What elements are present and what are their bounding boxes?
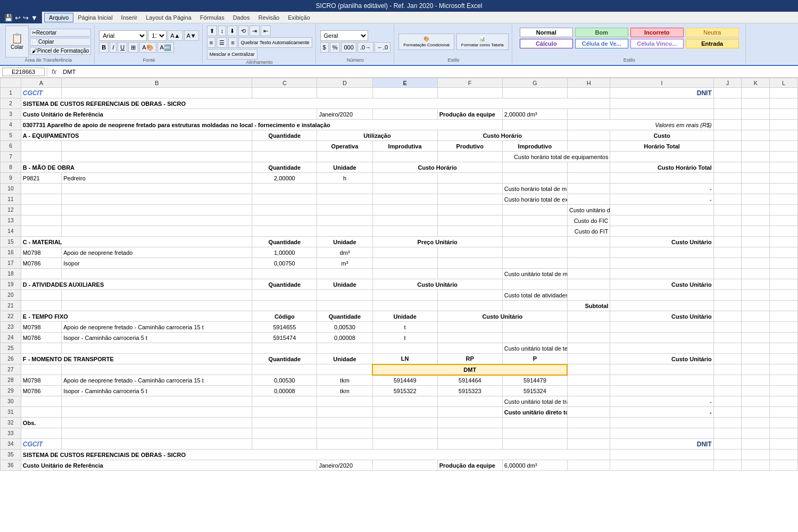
row-header-8[interactable]: 8	[1, 162, 21, 173]
cell-empty[interactable]	[502, 88, 567, 98]
cell-empty[interactable]	[610, 428, 713, 439]
cell-empty[interactable]	[770, 311, 798, 322]
col-header-h[interactable]: H	[567, 78, 610, 88]
cell-empty[interactable]	[437, 396, 502, 407]
cell-empty[interactable]	[567, 247, 610, 258]
row-header-24[interactable]: 24	[1, 332, 21, 343]
cell-empty[interactable]	[742, 269, 770, 279]
cell[interactable]: 5914655	[252, 322, 317, 332]
cell-empty[interactable]	[742, 343, 770, 354]
format-table-button[interactable]: 📊 Formatar como Tabela	[456, 34, 509, 50]
cell[interactable]: Quantidade	[252, 354, 317, 364]
cell-empty[interactable]	[372, 439, 437, 450]
cell-empty[interactable]	[742, 141, 770, 152]
cell[interactable]: CGCIT	[21, 439, 61, 450]
cell-empty[interactable]	[21, 396, 61, 407]
cell[interactable]: Unidade	[317, 237, 372, 247]
cell-empty[interactable]	[502, 205, 567, 215]
row-header-15[interactable]: 15	[1, 237, 21, 247]
cell[interactable]: 0,00008	[252, 386, 317, 396]
cell-empty[interactable]	[372, 88, 437, 98]
font-name-select[interactable]: Arial	[99, 30, 147, 41]
cell[interactable]: A - EQUIPAMENTOS	[21, 130, 252, 141]
cell[interactable]: Custo Horário	[437, 130, 567, 141]
cell-empty[interactable]	[252, 226, 317, 237]
cell[interactable]: 2,00000	[252, 173, 317, 184]
cell-empty[interactable]	[713, 386, 742, 396]
row-header-25[interactable]: 25	[1, 343, 21, 354]
cell-empty[interactable]	[317, 407, 372, 418]
cell-empty[interactable]	[742, 258, 770, 269]
cell-empty[interactable]	[610, 205, 713, 215]
cell-empty[interactable]	[713, 332, 742, 343]
cell[interactable]: LN	[372, 354, 437, 364]
copy-button[interactable]: 📄 Copiar	[30, 38, 91, 46]
cell-empty[interactable]	[567, 354, 610, 364]
cell-empty[interactable]	[437, 247, 502, 258]
cell[interactable]: Custo	[610, 130, 713, 141]
cell-empty[interactable]	[610, 450, 713, 460]
cell[interactable]: Custo horário total de equipamentos	[502, 152, 610, 162]
cell[interactable]: Custo unitário de execução	[567, 205, 610, 215]
cell-empty[interactable]	[713, 428, 742, 439]
cell-empty[interactable]	[770, 205, 798, 215]
cell-empty[interactable]	[713, 343, 742, 354]
cell-empty[interactable]	[742, 194, 770, 205]
cell[interactable]: Custo Unitário de Referência	[21, 460, 317, 471]
menu-layout[interactable]: Layout da Página	[142, 13, 196, 22]
customize-icon[interactable]: ▼	[31, 14, 38, 22]
cell-empty[interactable]	[252, 152, 317, 162]
cell[interactable]: D - ATIVIDADES AUXILIARES	[21, 279, 252, 290]
cell-empty[interactable]	[502, 215, 567, 226]
row-header-7[interactable]: 7	[1, 152, 21, 162]
cell[interactable]: Custo unitário total de transporte	[502, 396, 567, 407]
cell-empty[interactable]	[567, 396, 610, 407]
cell-empty[interactable]	[502, 247, 567, 258]
row-header-29[interactable]: 29	[1, 386, 21, 396]
cell-empty[interactable]	[713, 237, 742, 247]
cell[interactable]: M0786	[21, 386, 61, 396]
cell-empty[interactable]	[713, 205, 742, 215]
cell-empty[interactable]	[317, 152, 372, 162]
cell[interactable]: Custo Horário Total	[610, 162, 713, 173]
cell-empty[interactable]	[742, 279, 770, 290]
cell[interactable]: Unidade	[317, 354, 372, 364]
cell[interactable]: Produtivo	[437, 141, 502, 152]
cell-empty[interactable]	[742, 332, 770, 343]
col-header-d[interactable]: D	[317, 78, 372, 88]
cell-empty[interactable]	[742, 247, 770, 258]
cell-empty[interactable]	[437, 322, 502, 332]
cell-empty[interactable]	[567, 279, 610, 290]
cell-empty[interactable]	[770, 428, 798, 439]
cell-empty[interactable]	[610, 173, 713, 184]
cell-empty[interactable]	[372, 173, 437, 184]
cell-empty[interactable]	[742, 173, 770, 184]
cell-empty[interactable]	[502, 162, 567, 173]
align-left-button[interactable]: ≡	[207, 37, 215, 48]
cell[interactable]: DMT	[372, 364, 567, 375]
cell-empty[interactable]	[437, 332, 502, 343]
align-center-button[interactable]: ☰	[217, 37, 227, 48]
cell-empty[interactable]	[610, 109, 713, 120]
row-header-13[interactable]: 13	[1, 215, 21, 226]
cell-empty[interactable]	[372, 152, 437, 162]
cell-empty[interactable]	[252, 215, 317, 226]
cell[interactable]: Custo unitário direto total	[502, 407, 567, 418]
cell-empty[interactable]	[502, 120, 567, 130]
cell[interactable]: Código	[252, 311, 317, 322]
cell[interactable]: SISTEMA DE CUSTOS REFERENCIAIS DE OBRAS …	[21, 98, 610, 109]
col-header-j[interactable]: J	[713, 78, 742, 88]
cell-empty[interactable]	[713, 439, 742, 450]
cell-empty[interactable]	[742, 130, 770, 141]
cell[interactable]: Isopor	[62, 258, 252, 269]
cell-empty[interactable]	[713, 130, 742, 141]
cell[interactable]: Produção da equipe	[437, 460, 502, 471]
cut-button[interactable]: ✂ Recortar	[30, 29, 91, 37]
cell-empty[interactable]	[713, 109, 742, 120]
cell-empty[interactable]	[713, 375, 742, 386]
cell-empty[interactable]	[567, 343, 610, 354]
cell[interactable]: Horário Total	[610, 141, 713, 152]
cell-empty[interactable]	[713, 162, 742, 173]
cell[interactable]: 0,00530	[252, 375, 317, 386]
align-bottom-button[interactable]: ⬇	[227, 26, 237, 36]
